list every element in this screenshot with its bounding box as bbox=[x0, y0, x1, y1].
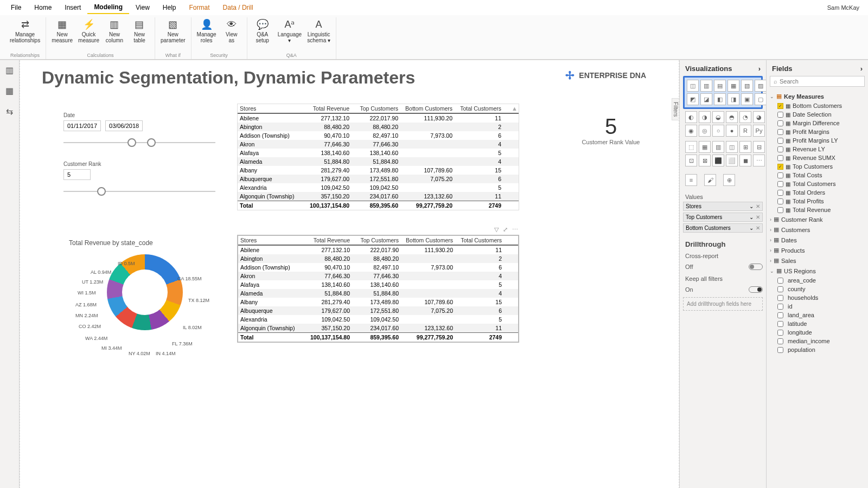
viz-type-icon[interactable]: ⬛ bbox=[712, 155, 724, 166]
keep-filters-toggle[interactable] bbox=[749, 286, 763, 293]
table-row[interactable]: Abington88,480.2088,480.202 bbox=[238, 254, 518, 263]
table-row[interactable]: Alexandria109,042.50109,042.505 bbox=[238, 315, 518, 324]
collapse-viz-icon[interactable]: › bbox=[758, 65, 761, 73]
ribbon-manage-roles[interactable]: 👤Manageroles bbox=[195, 17, 219, 44]
date-slider[interactable] bbox=[63, 137, 215, 150]
table-row[interactable]: Albuquerque179,627.00172,551.807,075.206 bbox=[238, 175, 519, 183]
viz-type-icon[interactable]: ⋯ bbox=[753, 155, 765, 166]
viz-type-icon[interactable]: ◐ bbox=[685, 111, 697, 123]
field-id[interactable]: id bbox=[770, 302, 865, 311]
table-row[interactable]: Albany281,279.40173,489.80107,789.6015 bbox=[238, 166, 519, 175]
viz-type-icon[interactable]: ◨ bbox=[727, 93, 739, 105]
value-well-field[interactable]: Bottom Customers⌄✕ bbox=[683, 223, 763, 233]
field-bottom-customers[interactable]: ✓▦Bottom Customers bbox=[770, 101, 865, 110]
fields-search-input[interactable] bbox=[780, 78, 861, 85]
field-total-customers[interactable]: ▦Total Customers bbox=[770, 179, 865, 188]
table-row[interactable]: Addison (Township)90,470.1082,497.107,97… bbox=[238, 263, 518, 272]
field-area_code[interactable]: area_code bbox=[770, 276, 865, 285]
viz-type-icon[interactable]: ⊞ bbox=[739, 141, 751, 153]
viz-type-icon[interactable]: ◓ bbox=[726, 111, 738, 123]
table-row[interactable]: Alameda51,884.8051,884.804 bbox=[238, 289, 518, 298]
viz-type-icon[interactable]: ▥ bbox=[700, 80, 712, 92]
menu-insert[interactable]: Insert bbox=[58, 2, 87, 14]
viz-type-icon[interactable]: ◫ bbox=[687, 80, 699, 92]
viz-type-icon[interactable]: ◔ bbox=[739, 111, 751, 123]
fields-table-customers[interactable]: ›▦Customers bbox=[770, 224, 865, 235]
drillthrough-dropzone[interactable]: Add drillthrough fields here bbox=[683, 297, 763, 311]
filter-icon[interactable]: ▽ bbox=[494, 226, 499, 233]
table-row[interactable]: Albany281,279.40173,489.80107,789.6015 bbox=[238, 298, 518, 306]
menu-home[interactable]: Home bbox=[28, 2, 58, 14]
more-icon[interactable]: ⋯ bbox=[512, 226, 518, 233]
viz-type-icon[interactable]: ⊕ bbox=[723, 174, 735, 186]
field-total-profits[interactable]: ▦Total Profits bbox=[770, 197, 865, 206]
card-visual[interactable]: 5 Customer Rank Value bbox=[576, 114, 646, 145]
table-row[interactable]: Addison (Township)90,470.1082,497.107,97… bbox=[238, 131, 519, 140]
viz-type-icon[interactable]: ◼ bbox=[739, 155, 751, 166]
viz-type-icon[interactable]: ◉ bbox=[685, 125, 697, 137]
field-revenue-ly[interactable]: ▦Revenue LY bbox=[770, 145, 865, 153]
ribbon-new-parameter[interactable]: ▧Newparameter bbox=[158, 17, 188, 44]
viz-type-icon[interactable]: ◪ bbox=[700, 93, 712, 105]
date-from-input[interactable]: 01/11/2017 bbox=[63, 120, 101, 131]
ribbon-q-a-setup[interactable]: 💬Q&Asetup bbox=[251, 17, 275, 44]
fields-table-us-regions[interactable]: ⌄▦US Regions bbox=[770, 266, 865, 276]
viz-type-icon[interactable]: ⊠ bbox=[699, 155, 711, 166]
viz-type-icon[interactable]: ▤ bbox=[714, 80, 726, 92]
fields-table-customer-rank[interactable]: ›▦Customer Rank bbox=[770, 214, 865, 224]
table-row[interactable]: Alameda51,884.8051,884.804 bbox=[238, 157, 519, 166]
viz-type-icon[interactable]: ▧ bbox=[741, 80, 753, 92]
fields-table-key-measures[interactable]: ⌄▦Key Measures bbox=[770, 91, 865, 101]
table-row[interactable]: Abilene277,132.10222,017.90111,930.2011 bbox=[238, 246, 518, 254]
value-well-field[interactable]: Stores⌄✕ bbox=[683, 202, 763, 211]
table-row[interactable]: Akron77,646.3077,646.304 bbox=[238, 140, 519, 149]
field-margin-difference[interactable]: ▦Margin Difference bbox=[770, 119, 865, 127]
model-view-icon[interactable]: ⇆ bbox=[4, 106, 15, 117]
fields-table-sales[interactable]: ›▦Sales bbox=[770, 255, 865, 266]
table-row[interactable]: Abington88,480.2088,480.202 bbox=[238, 123, 519, 131]
fields-table-dates[interactable]: ›▦Dates bbox=[770, 235, 865, 245]
field-total-revenue[interactable]: ▦Total Revenue bbox=[770, 206, 865, 214]
viz-type-icon[interactable]: ▦ bbox=[699, 141, 711, 153]
viz-type-icon[interactable]: ○ bbox=[712, 125, 724, 137]
field-top-customers[interactable]: ✓▦Top Customers bbox=[770, 162, 865, 171]
menu-modeling[interactable]: Modeling bbox=[87, 1, 129, 14]
ribbon-manage-relationships[interactable]: ⇄Managerelationships bbox=[8, 17, 42, 44]
rank-input[interactable]: 5 bbox=[63, 169, 91, 180]
viz-type-icon[interactable]: ⬚ bbox=[685, 141, 697, 153]
menu-help[interactable]: Help bbox=[156, 2, 183, 14]
viz-type-icon[interactable]: ◑ bbox=[699, 111, 711, 123]
ribbon-quick-measure[interactable]: ⚡Quickmeasure bbox=[76, 17, 101, 44]
field-profit-margins[interactable]: ▦Profit Margins bbox=[770, 127, 865, 136]
viz-type-icon[interactable]: ⊟ bbox=[753, 141, 765, 153]
filters-pane-collapsed[interactable]: Filters bbox=[672, 98, 679, 120]
viz-type-icon[interactable]: ⬜ bbox=[726, 155, 738, 166]
viz-type-icon[interactable]: ◧ bbox=[714, 93, 726, 105]
viz-type-icon[interactable]: ● bbox=[726, 125, 738, 137]
field-latitude[interactable]: latitude bbox=[770, 319, 865, 328]
viz-type-icon[interactable]: ⊡ bbox=[685, 155, 697, 166]
viz-type-icon[interactable]: ◎ bbox=[699, 125, 711, 137]
menu-data-drill[interactable]: Data / Drill bbox=[216, 2, 260, 14]
viz-type-icon[interactable]: ▦ bbox=[727, 80, 739, 92]
ribbon-new-table[interactable]: ▤Newtable bbox=[127, 17, 151, 44]
viz-type-icon[interactable]: ▨ bbox=[755, 80, 767, 92]
viz-type-icon[interactable]: ▥ bbox=[712, 141, 724, 153]
table-row[interactable]: Alafaya138,140.60138,140.605 bbox=[238, 149, 519, 157]
table-row[interactable]: Alexandria109,042.50109,042.505 bbox=[238, 183, 519, 192]
data-view-icon[interactable]: ▦ bbox=[4, 85, 15, 96]
value-well-field[interactable]: Top Customers⌄✕ bbox=[683, 213, 763, 222]
viz-type-icon[interactable]: ◒ bbox=[712, 111, 724, 123]
table-row[interactable]: Algonquin (Township)357,150.20234,017.60… bbox=[238, 324, 518, 332]
table-row[interactable]: Abilene277,132.10222,017.90111,930.2011 bbox=[238, 114, 519, 123]
field-population[interactable]: population bbox=[770, 345, 865, 354]
cross-report-toggle[interactable] bbox=[749, 264, 763, 270]
field-revenue-sumx[interactable]: ▦Revenue SUMX bbox=[770, 153, 865, 162]
menu-view[interactable]: View bbox=[129, 2, 156, 14]
viz-type-icon[interactable]: Py bbox=[753, 125, 765, 137]
date-to-input[interactable]: 03/06/2018 bbox=[105, 120, 143, 131]
viz-type-icon[interactable]: ▢ bbox=[755, 93, 767, 105]
ribbon-view-as[interactable]: 👁Viewas bbox=[220, 17, 244, 44]
field-land_area[interactable]: land_area bbox=[770, 311, 865, 319]
field-date-selection[interactable]: ▦Date Selection bbox=[770, 110, 865, 119]
